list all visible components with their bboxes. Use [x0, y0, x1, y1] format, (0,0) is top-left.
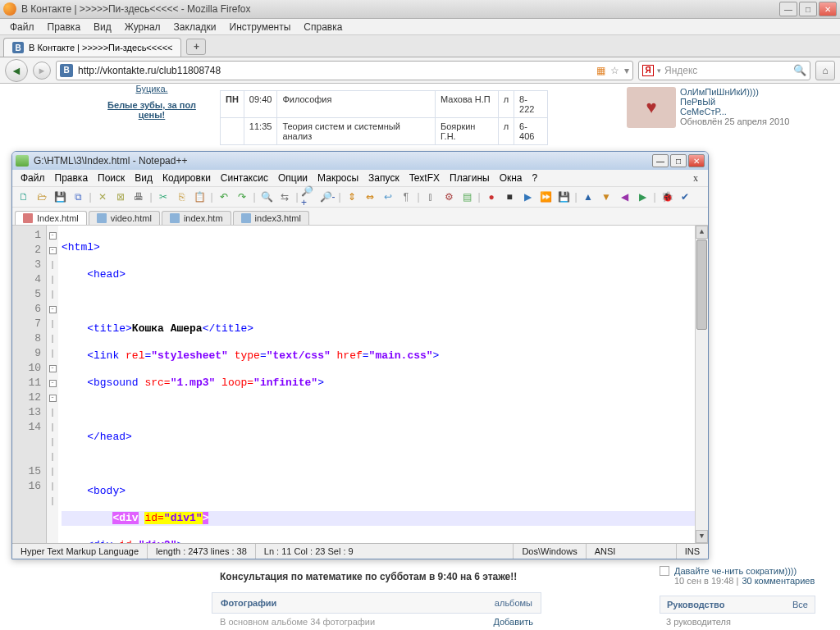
back-button[interactable]: ◄ [5, 59, 28, 82]
checkbox-icon[interactable] [660, 566, 669, 576]
scroll-up-icon[interactable]: ▲ [696, 226, 708, 239]
stop-icon[interactable]: ■ [501, 189, 518, 205]
topic-link[interactable]: Давайте че-нить сократим)))) [674, 566, 815, 576]
npp-minimize-button[interactable]: — [652, 154, 669, 167]
open-file-icon[interactable]: 🗁 [34, 189, 50, 205]
close-file-icon[interactable]: ✕ [94, 189, 111, 205]
sync-v-icon[interactable]: ⇕ [344, 189, 360, 205]
home-button[interactable]: ⌂ [815, 61, 835, 80]
npp-close-doc-button[interactable]: х [687, 172, 705, 185]
editor-scrollbar[interactable]: ▲ ▼ [695, 226, 708, 543]
sync-h-icon[interactable]: ⇔ [362, 189, 378, 205]
code-editor[interactable]: 123 456 789 101112 1314 1516 - - ||| - |… [12, 226, 708, 543]
all-link[interactable]: Все [792, 600, 808, 609]
feed-icon[interactable]: ▦ [596, 65, 605, 76]
doc-tab[interactable]: index3.html [233, 211, 309, 225]
doc-map-icon[interactable]: ▤ [459, 189, 475, 205]
status-eol: Dos\Windows [514, 544, 586, 559]
search-bar[interactable]: Я ▾ Яндекс 🔍 [638, 61, 810, 80]
new-tab-button[interactable]: + [186, 39, 206, 55]
redo-icon[interactable]: ↷ [234, 189, 250, 205]
menu-view[interactable]: Вид [89, 20, 116, 34]
forward-button[interactable]: ► [33, 62, 51, 80]
code-body[interactable]: <html> <head> <title>Кошка Ашера</title>… [58, 226, 708, 543]
lang-icon[interactable]: ⚙ [441, 189, 457, 205]
npp-menu-encoding[interactable]: Кодировки [158, 171, 216, 185]
find-icon[interactable]: 🔍 [258, 189, 275, 205]
maximize-button[interactable]: □ [799, 2, 817, 16]
npp-menu-textfx[interactable]: TextFX [404, 171, 445, 185]
npp-menu-help[interactable]: ? [527, 171, 543, 185]
save-icon[interactable]: 💾 [52, 189, 68, 205]
npp-titlebar[interactable]: G:\HTML\3\Index.html - Notepad++ — □ ✕ [12, 152, 708, 170]
npp-menu-plugins[interactable]: Плагины [445, 171, 495, 185]
doc-tab[interactable]: Index.html [15, 211, 87, 225]
indent-guide-icon[interactable]: ⫿ [422, 189, 439, 205]
show-all-chars-icon[interactable]: ¶ [398, 189, 414, 205]
cut-icon[interactable]: ✂ [155, 189, 171, 205]
browser-tab[interactable]: В В Контакте | >>>>>Пи-здесь<<<<< [3, 38, 181, 57]
play-icon[interactable]: ▶ [519, 189, 536, 205]
npp-close-button[interactable]: ✕ [688, 154, 705, 167]
url-bar[interactable]: В http://vkontakte.ru/club11808748 ▦ ☆ ▾ [56, 61, 633, 80]
npp-menu-view[interactable]: Вид [130, 171, 158, 185]
promo-image[interactable] [627, 87, 676, 128]
fold-icon[interactable]: - [49, 365, 57, 372]
wordwrap-icon[interactable]: ↩ [380, 189, 396, 205]
bug-icon[interactable]: 🐞 [659, 189, 675, 205]
menu-tools[interactable]: Инструменты [225, 20, 296, 34]
fold-icon[interactable]: - [49, 306, 57, 313]
new-file-icon[interactable]: 🗋 [16, 189, 32, 205]
save-all-icon[interactable]: ⧉ [70, 189, 86, 205]
save-macro-icon[interactable]: 💾 [555, 189, 572, 205]
close-button[interactable]: ✕ [819, 2, 837, 16]
npp-menu-syntax[interactable]: Синтаксис [216, 171, 273, 185]
scroll-thumb[interactable] [696, 240, 707, 330]
spellcheck-icon[interactable]: ✔ [677, 189, 693, 205]
fold-icon[interactable]: - [49, 395, 57, 402]
npp-menu-edit[interactable]: Правка [50, 171, 94, 185]
comments-link[interactable]: 30 комментариев [742, 576, 815, 586]
scroll-down-icon[interactable]: ▼ [696, 530, 708, 543]
menu-bookmarks[interactable]: Закладки [169, 20, 221, 34]
fold-icon[interactable]: - [49, 380, 57, 387]
albums-link[interactable]: альбомы [495, 598, 532, 608]
link-teeth[interactable]: Белые зубы, за пол цены! [98, 100, 205, 120]
menu-help[interactable]: Справка [299, 20, 347, 34]
zoom-in-icon[interactable]: 🔎+ [301, 189, 317, 205]
fold-icon[interactable]: - [49, 232, 57, 240]
zoom-out-icon[interactable]: 🔎- [319, 189, 336, 205]
doc-tab[interactable]: video.html [89, 211, 160, 225]
menu-file[interactable]: Файл [5, 20, 39, 34]
next-icon[interactable]: ▶ [634, 189, 651, 205]
record-icon[interactable]: ● [483, 189, 500, 205]
npp-menu-settings[interactable]: Опции [273, 171, 313, 185]
menu-history[interactable]: Журнал [120, 20, 166, 34]
link-butsika[interactable]: Буцика. [98, 84, 205, 94]
doc-tab[interactable]: index.htm [162, 211, 231, 225]
expand-icon[interactable]: ▼ [598, 189, 614, 205]
bookmark-star-icon[interactable]: ☆ [610, 65, 619, 76]
prev-icon[interactable]: ◀ [616, 189, 632, 205]
undo-icon[interactable]: ↶ [216, 189, 232, 205]
npp-maximize-button[interactable]: □ [670, 154, 687, 167]
npp-menu-search[interactable]: Поиск [93, 171, 130, 185]
play-multi-icon[interactable]: ⏩ [537, 189, 554, 205]
collapse-icon[interactable]: ▲ [580, 189, 596, 205]
minimize-button[interactable]: — [779, 2, 797, 16]
npp-menu-macro[interactable]: Макросы [313, 171, 363, 185]
url-dropdown-icon[interactable]: ▾ [624, 65, 629, 76]
npp-menu-file[interactable]: Файл [16, 171, 50, 185]
menu-edit[interactable]: Правка [43, 20, 86, 34]
print-icon[interactable]: 🖶 [130, 189, 147, 205]
replace-icon[interactable]: ⇆ [276, 189, 293, 205]
npp-menu-windows[interactable]: Окна [495, 171, 527, 185]
npp-menu-run[interactable]: Запуск [363, 171, 404, 185]
copy-icon[interactable]: ⎘ [173, 189, 189, 205]
search-icon[interactable]: 🔍 [793, 64, 806, 76]
fold-icon[interactable]: - [49, 247, 57, 254]
close-all-icon[interactable]: ⊠ [112, 189, 129, 205]
firefox-icon [3, 2, 16, 16]
paste-icon[interactable]: 📋 [191, 189, 208, 205]
add-photo-link[interactable]: Добавить [493, 617, 533, 627]
